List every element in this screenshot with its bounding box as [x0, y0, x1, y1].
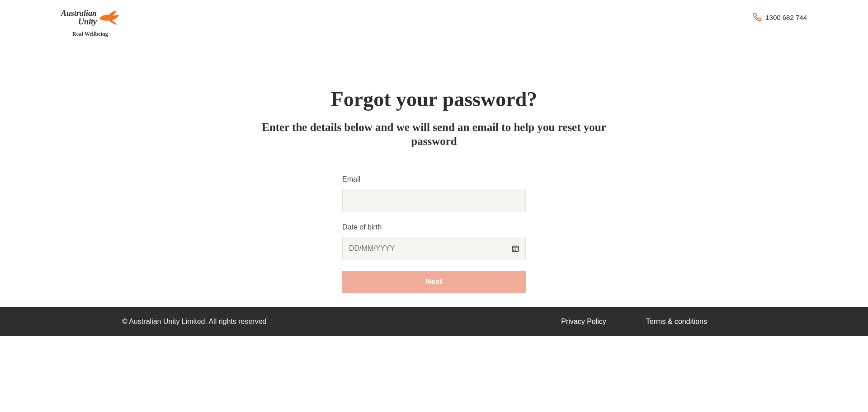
page-subtitle: Enter the details below and we will send… [246, 120, 622, 149]
logo[interactable]: Australian Unity Real Wellbeing [61, 9, 119, 37]
header: Australian Unity Real Wellbeing [0, 0, 868, 47]
page-title: Forgot your password? [0, 87, 868, 111]
bird-icon [99, 9, 119, 26]
privacy-link[interactable]: Privacy Policy [561, 318, 606, 326]
next-button[interactable]: Next [342, 271, 526, 293]
main: Forgot your password? Enter the details … [0, 47, 868, 293]
phone-icon [753, 13, 762, 22]
dob-input[interactable] [342, 237, 526, 260]
footer: © Australian Unity Limited. All rights r… [0, 307, 868, 336]
logo-tagline: Real Wellbeing [72, 31, 108, 37]
forgot-password-form: Email Date of birth [342, 175, 526, 293]
dob-label: Date of birth [342, 223, 526, 231]
copyright: © Australian Unity Limited. All rights r… [122, 318, 266, 326]
email-input[interactable] [342, 189, 526, 212]
below-footer-spacer [0, 336, 868, 412]
logo-line1: Australian [61, 9, 97, 18]
terms-link[interactable]: Terms & conditions [646, 318, 707, 326]
logo-line2: Unity [61, 18, 97, 26]
phone-number: 1300 682 744 [765, 14, 807, 21]
logo-main: Australian Unity [61, 9, 119, 26]
phone-link[interactable]: 1300 682 744 [753, 13, 807, 22]
footer-links: Privacy Policy Terms & conditions [561, 318, 707, 326]
email-label: Email [342, 175, 526, 183]
